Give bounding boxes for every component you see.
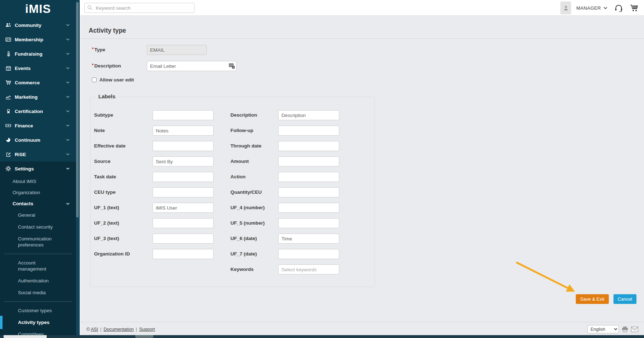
money-icon [5, 123, 11, 128]
effective-date-field[interactable] [153, 141, 214, 151]
sidebar-item-about-imis[interactable]: About iMIS [0, 176, 76, 187]
sidebar-item-social-media[interactable]: Social media [0, 287, 72, 299]
amount-label: Amount [230, 156, 278, 166]
uf5-field[interactable] [278, 218, 339, 228]
title-divider [80, 38, 644, 39]
labels-section: Labels Subtype Description Note Follow-u… [90, 97, 375, 287]
documentation-link[interactable]: Documentation [103, 327, 134, 332]
sidebar-item-community[interactable]: Community [0, 18, 76, 32]
sidebar-item-finance[interactable]: Finance [0, 118, 76, 133]
sidebar-item-membership[interactable]: Membership [0, 32, 76, 47]
description-label-field-label: Description [230, 110, 278, 120]
sidebar-scrollbar-thumb[interactable] [76, 2, 79, 217]
headset-icon[interactable] [615, 4, 623, 12]
through-date-label: Through date [230, 141, 278, 151]
calendar-icon: 17 [5, 65, 11, 71]
sidebar-item-contact-security[interactable]: Contact security [0, 221, 72, 233]
ceu-type-field[interactable] [153, 187, 214, 197]
source-field[interactable] [153, 156, 214, 166]
sidebar-item-account-management[interactable]: Account management [0, 257, 61, 275]
organization-id-field[interactable] [153, 249, 214, 259]
task-date-field[interactable] [153, 172, 214, 182]
keywords-field[interactable] [278, 264, 339, 274]
sidebar-item-contacts[interactable]: Contacts [0, 198, 76, 209]
user-menu[interactable]: MANAGER [576, 5, 607, 11]
language-select[interactable]: English [587, 325, 619, 333]
sidebar-divider [4, 301, 73, 302]
uf1-field[interactable] [153, 203, 214, 213]
labels-legend: Labels [95, 93, 118, 99]
shopping-cart-icon [5, 80, 11, 85]
description-label-field[interactable] [278, 110, 339, 120]
page-title: Activity type [89, 27, 126, 34]
uf2-label: UF_2 (text) [94, 218, 153, 228]
sidebar-item-authentication[interactable]: Authentication [0, 275, 72, 287]
sidebar-item-settings[interactable]: Settings [0, 161, 76, 176]
svg-text:1: 1 [233, 66, 234, 69]
sidebar-item-fundraising[interactable]: Fundraising [0, 47, 76, 61]
horizontal-scrollbar-thumb[interactable] [135, 335, 153, 338]
sidebar-item-certification[interactable]: Certification [0, 104, 76, 118]
quantity-ceu-field[interactable] [278, 187, 339, 197]
sidebar-item-activity-types[interactable]: Activity types [0, 316, 72, 328]
organization-id-label: Organization ID [94, 249, 153, 259]
chevron-down-icon [66, 153, 70, 155]
horizontal-scrollbar-thumb[interactable] [4, 335, 47, 338]
sidebar-item-continuum[interactable]: Continuum [0, 133, 76, 147]
sidebar-item-commerce[interactable]: Commerce [0, 75, 76, 90]
sidebar-item-general[interactable]: General [0, 209, 72, 221]
chevron-down-icon [66, 203, 70, 205]
envelope-icon[interactable] [631, 327, 638, 332]
sidebar-item-communication-preferences[interactable]: Communication preferences [0, 233, 61, 251]
amount-field[interactable] [278, 156, 339, 166]
uf4-field[interactable] [278, 203, 339, 213]
imis-logo[interactable]: iMIS [0, 0, 76, 18]
sidebar-item-organization[interactable]: Organization [0, 187, 76, 198]
printer-icon[interactable] [622, 326, 628, 333]
uf4-label: UF_4 (number) [230, 203, 278, 213]
uf3-field[interactable] [153, 234, 214, 244]
sidebar-item-events[interactable]: 17 Events [0, 61, 76, 75]
uf6-label: UF_6 (date) [230, 234, 278, 244]
description-field[interactable] [147, 61, 237, 71]
search-input[interactable] [84, 3, 195, 13]
uf5-label: UF_5 (number) [230, 218, 278, 228]
horizontal-scrollbar[interactable] [0, 335, 644, 338]
gear-icon [5, 166, 11, 172]
avatar[interactable] [560, 1, 571, 14]
follow-up-label: Follow-up [230, 126, 278, 136]
effective-date-label: Effective date [94, 141, 153, 151]
sidebar-item-marketing[interactable]: Marketing [0, 90, 76, 104]
chevron-down-icon [66, 125, 70, 127]
chevron-down-icon [603, 7, 607, 9]
uf2-field[interactable] [153, 218, 214, 228]
subtype-field[interactable] [153, 110, 214, 120]
thermometer-icon [5, 51, 11, 57]
uf6-field[interactable] [278, 234, 339, 244]
follow-up-field[interactable] [278, 126, 339, 136]
sidebar: iMIS Community Membership Fundraising 17… [0, 0, 80, 338]
support-link[interactable]: Support [139, 327, 155, 332]
sidebar-scrollbar[interactable] [76, 0, 79, 338]
shopping-cart-icon[interactable] [630, 4, 639, 12]
action-label: Action [230, 172, 278, 182]
uf7-field[interactable] [278, 249, 339, 259]
footer: © ASI|Documentation|Support English [80, 322, 644, 336]
type-label: Type [92, 45, 147, 55]
chevron-down-icon [66, 139, 70, 141]
through-date-field[interactable] [278, 141, 339, 151]
translate-icon[interactable]: 1 [229, 63, 235, 70]
action-field[interactable] [278, 172, 339, 182]
main-content: Activity type Type Description 1 Allow u… [80, 16, 644, 338]
footer-links: © ASI|Documentation|Support [87, 327, 155, 332]
sidebar-item-rise[interactable]: RiSE [0, 147, 76, 161]
cancel-button[interactable]: Cancel [613, 294, 636, 304]
allow-user-edit-checkbox[interactable] [92, 78, 97, 82]
search-icon [87, 5, 93, 12]
topbar: MANAGER [80, 0, 644, 16]
users-icon [5, 22, 11, 28]
sidebar-item-customer-types[interactable]: Customer types [0, 305, 72, 316]
note-field[interactable] [153, 126, 214, 136]
asi-link[interactable]: ASI [91, 327, 98, 332]
save-exit-button[interactable]: Save & Exit [576, 294, 608, 304]
